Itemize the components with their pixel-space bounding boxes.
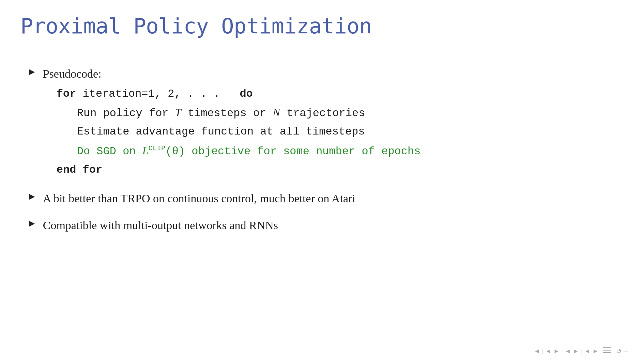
bullet-text-pseudocode: Pseudocode: for iteration=1, 2, . . . do… xyxy=(43,66,421,179)
nav-right-arrow-2[interactable]: ► xyxy=(573,348,579,355)
nav-zoom-in[interactable]: + xyxy=(630,347,634,355)
slide-title: Proximal Policy Optimization xyxy=(20,14,624,38)
pseudo-run-text: Run policy for xyxy=(77,107,175,120)
pseudocode-label: Pseudocode: xyxy=(43,67,102,80)
bullet-arrow-2: ► xyxy=(27,191,37,202)
nav-left-arrow-4[interactable]: ◄ xyxy=(584,348,591,355)
nav-left-arrow-3[interactable]: ◄ xyxy=(565,348,571,355)
keyword-for: for xyxy=(57,88,76,100)
pseudocode-block: for iteration=1, 2, . . . do Run policy … xyxy=(57,85,421,179)
bottom-nav: ◄ | ◄ ► | ◄ ► | ◄ ► ↺ − + xyxy=(534,347,634,355)
pseudo-estimate-text: Estimate advantage function at all times… xyxy=(77,125,365,138)
bullet-item-compatible: ► Compatible with multi-output networks … xyxy=(27,217,624,234)
pseudo-var-T: T xyxy=(175,106,181,119)
pseudo-line-3: Estimate advantage function at all times… xyxy=(57,123,421,141)
nav-separator-1: | xyxy=(542,348,543,355)
nav-zoom-out[interactable]: − xyxy=(624,347,628,355)
nav-left-arrow-1[interactable]: ◄ xyxy=(534,348,540,355)
svg-rect-0 xyxy=(603,347,611,348)
nav-right-arrow-1[interactable]: ► xyxy=(553,348,559,355)
nav-refresh[interactable]: ↺ xyxy=(616,347,622,355)
svg-rect-1 xyxy=(603,350,611,351)
pseudo-L-var: L xyxy=(142,144,149,157)
pseudo-line-1: for iteration=1, 2, . . . do xyxy=(57,85,421,103)
nav-left-arrow-2[interactable]: ◄ xyxy=(545,348,551,355)
content-area: ► Pseudocode: for iteration=1, 2, . . . … xyxy=(20,66,624,234)
keyword-endfor: end for xyxy=(57,163,102,176)
pseudo-line-4: Do SGD on LCLIP(θ) objective for some nu… xyxy=(57,141,421,161)
pseudo-line-5: end for xyxy=(57,161,421,179)
nav-right-arrow-3[interactable]: ► xyxy=(593,348,599,355)
nav-separator-4 xyxy=(603,347,611,355)
slide-container: Proximal Policy Optimization ► Pseudocod… xyxy=(0,0,644,362)
nav-lines-icon xyxy=(603,347,611,353)
pseudo-var-N: N xyxy=(273,106,280,119)
pseudo-trajectories-text: trajectories xyxy=(287,107,365,120)
nav-separator-2: | xyxy=(562,348,563,355)
pseudo-timesteps-text: timesteps or xyxy=(188,107,273,120)
pseudo-theta-text: (θ) objective for some number of epochs xyxy=(165,145,420,158)
bullet-arrow-1: ► xyxy=(27,66,37,77)
bullet-arrow-3: ► xyxy=(27,218,37,229)
bullet-text-trpo: A bit better than TRPO on continuous con… xyxy=(43,190,355,207)
pseudo-clip-sup: CLIP xyxy=(149,144,166,152)
svg-rect-2 xyxy=(603,352,611,353)
bullet-text-compatible: Compatible with multi-output networks an… xyxy=(43,217,278,234)
pseudo-line-2: Run policy for T timesteps or N trajecto… xyxy=(57,103,421,123)
pseudo-text-iteration: iteration=1, 2, . . . xyxy=(83,88,233,100)
bullet-item-pseudocode: ► Pseudocode: for iteration=1, 2, . . . … xyxy=(27,66,624,179)
pseudo-sgd-text: Do SGD on xyxy=(77,145,142,158)
nav-separator-3: | xyxy=(581,348,582,355)
keyword-do: do xyxy=(240,88,252,100)
bullet-item-trpo: ► A bit better than TRPO on continuous c… xyxy=(27,190,624,207)
